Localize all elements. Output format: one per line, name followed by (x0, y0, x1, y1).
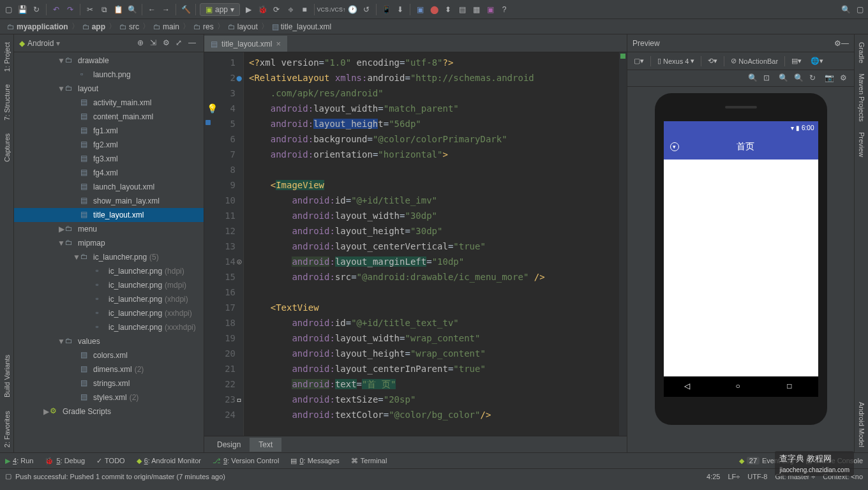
tree-file[interactable]: ▤fg4.xml (14, 166, 204, 180)
avd-icon[interactable]: 📱 (380, 4, 392, 15)
find-icon[interactable]: 🔍 (126, 4, 138, 15)
run-config-selector[interactable]: ▣ app ▾ (200, 3, 240, 16)
hide-icon[interactable]: ⤢ (176, 38, 186, 48)
tree-file[interactable]: ▶⚙Gradle Scripts (14, 405, 204, 419)
back-icon[interactable]: ← (146, 4, 158, 15)
locale-selector[interactable]: ▤▾ (789, 56, 804, 66)
tree-file[interactable]: ▤content_main.xml (14, 110, 204, 124)
scrollbar[interactable] (619, 52, 627, 436)
tree-file[interactable]: ▤fg2.xml (14, 138, 204, 152)
maven-tab[interactable]: Maven Projects (857, 68, 867, 127)
monitor-icon[interactable]: ⬤ (428, 4, 440, 15)
crumb[interactable]: 🗀res (191, 22, 216, 32)
cursor-position[interactable]: 4:25 (707, 473, 720, 480)
encoding[interactable]: UTF-8 (747, 473, 767, 480)
crumb[interactable]: 🗀layout (226, 22, 260, 32)
favorites-tab[interactable]: 2: Favorites (2, 406, 12, 452)
minimize-icon[interactable]: — (841, 39, 849, 48)
stop-icon[interactable]: ■ (299, 4, 310, 15)
vcs-push-icon[interactable]: VCS↑ (333, 4, 344, 15)
window-icon[interactable]: ▢ (5, 472, 11, 480)
redo-icon[interactable]: ↷ (64, 4, 76, 15)
debug-icon[interactable]: 🐞 (257, 4, 268, 15)
tree-folder[interactable]: ▼🗀ic_launcher.png(5) (14, 250, 204, 264)
sdk-icon[interactable]: ⬇ (394, 4, 406, 15)
tree-folder[interactable]: ▶🗀menu (14, 222, 204, 236)
terminal-tool[interactable]: ⌘Terminal (351, 457, 387, 465)
ddms-icon[interactable]: ▣ (414, 4, 426, 15)
copy-icon[interactable]: ⧉ (98, 4, 110, 15)
crumb[interactable]: ▤title_layout.xml (270, 22, 333, 32)
project-mode-selector[interactable]: ◆ Android ▾ (19, 39, 135, 48)
vcs-icon[interactable]: VCS↓ (318, 4, 330, 15)
tree-file[interactable]: ▤strings.xml (14, 376, 204, 390)
run-icon[interactable]: ▶ (243, 4, 254, 15)
tree-folder[interactable]: ▼🗀values (14, 334, 204, 348)
api-selector[interactable]: 🌐▾ (808, 56, 826, 66)
theme-icon[interactable]: ▣ (484, 4, 496, 15)
messages-tool[interactable]: ▤0: Messages (290, 457, 339, 465)
version-control-tool[interactable]: ⎇9: Version Control (213, 457, 279, 465)
tree-file[interactable]: ▫ic_launcher.png(hdpi) (14, 264, 204, 278)
settings-icon[interactable]: ⚙ (840, 73, 850, 84)
settings-icon[interactable]: ⚙ (834, 39, 841, 48)
save-icon[interactable]: 💾 (17, 4, 28, 15)
text-tab[interactable]: Text (250, 438, 281, 452)
tree-file[interactable]: ▤title_layout.xml (14, 208, 204, 222)
tree-file[interactable]: ▤activity_main.xml (14, 96, 204, 110)
minimize-icon[interactable]: — (188, 38, 198, 48)
undo-icon[interactable]: ↶ (50, 4, 62, 15)
tree-file[interactable]: ▫launch.png (14, 68, 204, 82)
zoom-in-icon[interactable]: 🔍 (748, 73, 758, 84)
tree-folder[interactable]: ▼🗀drawable (14, 54, 204, 68)
layout-icon[interactable]: ▦ (470, 4, 482, 15)
tree-file[interactable]: ▤fg1.xml (14, 124, 204, 138)
zoom-out-icon[interactable]: 🔍 (779, 73, 789, 84)
viewport-selector[interactable]: ▢▾ (631, 56, 647, 66)
forward-icon[interactable]: → (160, 4, 172, 15)
revert-icon[interactable]: ↺ (361, 4, 372, 15)
project-tree[interactable]: ▼🗀drawable▫launch.png▼🗀layout▤activity_m… (14, 52, 204, 452)
tree-file[interactable]: ▤styles.xml(2) (14, 390, 204, 405)
tree-file[interactable]: ▫ic_launcher.png(xhdpi) (14, 292, 204, 306)
device-selector[interactable]: ▯Nexus 4▾ (655, 56, 697, 66)
crumb[interactable]: 🗀myapplication (5, 22, 70, 32)
preview-tab[interactable]: Preview (857, 127, 867, 162)
crumb[interactable]: 🗀main (151, 22, 181, 32)
attach-icon[interactable]: ⎆ (285, 4, 296, 15)
tree-file[interactable]: ▤launch_layout.xml (14, 180, 204, 194)
build-icon[interactable]: 🔨 (180, 4, 191, 15)
screenshot-icon[interactable]: 📷 (825, 73, 835, 84)
android-icon[interactable]: ⬍ (442, 4, 454, 15)
theme-selector[interactable]: ⊘NoActionBar (728, 56, 781, 66)
run-tool[interactable]: ▶4: Run (5, 457, 33, 465)
crumb[interactable]: 🗀app (80, 22, 107, 32)
captures-tab[interactable]: Captures (2, 128, 12, 167)
crumb[interactable]: 🗀src (117, 22, 141, 32)
close-tab-icon[interactable]: × (276, 39, 281, 48)
android2-icon[interactable]: ▤ (456, 4, 468, 15)
code-editor[interactable]: 12●3💡4567891011121314⊙151617181920212223… (204, 52, 627, 436)
tree-file[interactable]: ▤dimens.xml(2) (14, 362, 204, 376)
tree-folder[interactable]: ▼🗀layout (14, 82, 204, 96)
line-separator[interactable]: LF÷ (728, 473, 740, 480)
todo-tool[interactable]: ✓TODO (96, 457, 125, 465)
tree-file[interactable]: ▫ic_launcher.png(xxhdpi) (14, 306, 204, 320)
settings-icon[interactable]: ▢ (854, 4, 865, 15)
build-variants-tab[interactable]: Build Variants (2, 350, 12, 403)
tree-file[interactable]: ▤show_main_lay.xml (14, 194, 204, 208)
help-icon[interactable]: ? (498, 4, 510, 15)
orientation-selector[interactable]: ⟲▾ (705, 56, 720, 66)
tree-folder[interactable]: ▼🗀mipmap (14, 236, 204, 250)
profile-icon[interactable]: ⟳ (271, 4, 282, 15)
search-everywhere-icon[interactable]: 🔍 (840, 4, 851, 15)
gradle-tab[interactable]: Gradle (857, 37, 867, 68)
scroll-from-source-icon[interactable]: ⊕ (137, 38, 147, 48)
zoom-fit-icon[interactable]: ⊡ (763, 73, 774, 84)
open-icon[interactable]: ▢ (3, 4, 14, 15)
debug-tool[interactable]: 🐞5: Debug (45, 457, 85, 465)
settings-icon[interactable]: ⚙ (163, 38, 173, 48)
collapse-icon[interactable]: ⇲ (150, 38, 160, 48)
paste-icon[interactable]: 📋 (112, 4, 124, 15)
cut-icon[interactable]: ✂ (84, 4, 96, 15)
